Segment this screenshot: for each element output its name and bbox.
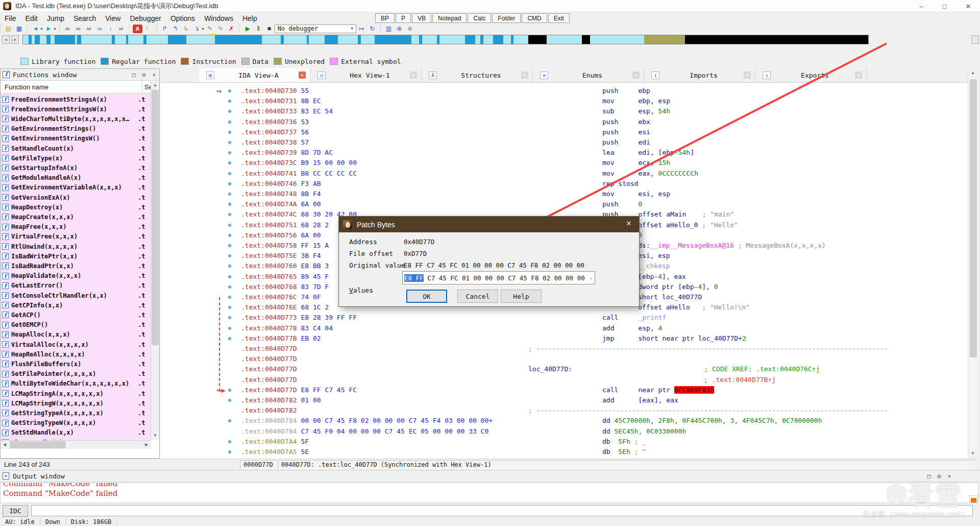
function-row[interactable]: fHeapAlloc(x,x,x).t bbox=[1, 330, 151, 340]
output-window-maximize-button[interactable]: □ bbox=[924, 473, 934, 480]
disasm-line[interactable]: .text:0040D733 83 EC 54sub esp, 54h bbox=[160, 106, 968, 116]
save-icon[interactable]: ▦ bbox=[14, 25, 24, 33]
disasm-line[interactable]: .text:0040D77D ; .text:0040D77B↑j bbox=[160, 375, 968, 385]
maximize-button[interactable]: □ bbox=[933, 0, 957, 12]
function-row[interactable]: fSetFilePointer(x,x,x,x).t bbox=[1, 369, 151, 379]
column-function-name[interactable]: Function name bbox=[5, 83, 48, 91]
menu-options[interactable]: Options bbox=[166, 14, 200, 22]
quick-button-exit[interactable]: Exit bbox=[548, 13, 570, 23]
functions-window-close-button[interactable]: × bbox=[149, 71, 159, 78]
tab-close-icon[interactable]: ✕ bbox=[744, 71, 751, 79]
scroll-up-icon[interactable]: ▲ bbox=[151, 81, 159, 89]
functions-column-header[interactable]: Function name Se bbox=[1, 81, 151, 93]
disasm-line[interactable]: .text:0040D7A5 5Edb 5Eh ; ^ bbox=[160, 447, 968, 457]
disasm-line[interactable]: .text:0040D77D loc_40D77D: ; CODE XREF: … bbox=[160, 364, 968, 374]
function-row[interactable]: fWideCharToMultiByte(x,x,x,x,x,x….t bbox=[1, 114, 151, 124]
patch-pencil-icon[interactable]: ✎ bbox=[205, 25, 215, 33]
find-sequence-icon[interactable]: ∞ bbox=[116, 25, 126, 33]
undefine-icon[interactable]: ✗ bbox=[227, 25, 236, 33]
function-row[interactable]: fHeapValidate(x,x,x).t bbox=[1, 271, 151, 281]
find-next-icon[interactable]: ∞ bbox=[84, 25, 94, 33]
function-row[interactable]: fGetOEMCP().t bbox=[1, 320, 151, 330]
output-scrollbar[interactable] bbox=[969, 495, 977, 503]
menu-file[interactable]: File bbox=[0, 14, 21, 22]
output-log[interactable]: Command "MakeCode" failedCommand "MakeCo… bbox=[0, 483, 978, 503]
function-row[interactable]: fLCMapStringA(x,x,x,x,x,x).t bbox=[1, 389, 151, 398]
cancel-button[interactable]: Cancel bbox=[457, 290, 498, 303]
values-combobox[interactable]: E8 FF C7 45 FC 01 00 00 00 C7 45 F8 02 0… bbox=[402, 271, 595, 284]
quick-button-folder[interactable]: Folder bbox=[492, 13, 521, 23]
debug-pause-icon[interactable]: ‖ bbox=[254, 25, 263, 33]
jump-address-icon[interactable]: ↓ bbox=[106, 25, 115, 33]
disasm-line[interactable]: .text:0040D736 53push ebx bbox=[160, 117, 968, 127]
chevron-down-icon[interactable]: ▼ bbox=[201, 27, 205, 31]
chevron-down-icon[interactable]: ⌄ bbox=[590, 274, 593, 280]
function-row[interactable]: fHeapCreate(x,x,x).t bbox=[1, 212, 151, 222]
chevron-down-icon[interactable]: ▼ bbox=[351, 27, 353, 31]
forward-icon[interactable]: ► bbox=[44, 25, 54, 33]
disasm-line[interactable]: ↪.text:0040D77D E8 FF C7 45 FCcall near … bbox=[160, 385, 968, 395]
function-row[interactable]: fGetEnvironmentVariableA(x,x,x).t bbox=[1, 183, 151, 193]
function-row[interactable]: fFreeEnvironmentStringsW(x).t bbox=[1, 104, 151, 114]
functions-vertical-scrollbar[interactable]: ▲ ▼ bbox=[151, 81, 159, 440]
help-button[interactable]: Help bbox=[501, 290, 542, 303]
menu-view[interactable]: View bbox=[101, 14, 125, 22]
navigation-band[interactable] bbox=[22, 35, 869, 44]
disassembly-scrollbar[interactable]: ▲ ▼ bbox=[968, 68, 978, 459]
debug-stop-icon[interactable]: ■ bbox=[264, 25, 274, 33]
function-row[interactable]: fHeapReAlloc(x,x,x,x).t bbox=[1, 349, 151, 359]
jump-back-icon[interactable]: ↰ bbox=[170, 25, 180, 33]
quick-button-calc[interactable]: Calc bbox=[468, 13, 491, 23]
disasm-line[interactable]: .text:0040D784 C7 45 F0 04 00 00 00 C7 4… bbox=[160, 426, 968, 437]
menu-windows[interactable]: Windows bbox=[200, 14, 238, 22]
function-row[interactable]: fRtlUnwind(x,x,x,x).t bbox=[1, 242, 151, 251]
quick-button-p[interactable]: P bbox=[396, 13, 411, 23]
disasm-line[interactable]: .text:0040D746 F3 ABrep stosd bbox=[160, 179, 968, 189]
idc-command-input[interactable] bbox=[31, 505, 973, 516]
scroll-left-icon[interactable]: ◀ bbox=[1, 441, 9, 449]
add-breakpoint-icon[interactable]: ⊕ bbox=[395, 25, 404, 33]
tab-imports[interactable]: ↧Imports✕ bbox=[644, 68, 755, 82]
tab-exports[interactable]: ↥Exports✕ bbox=[755, 68, 867, 82]
scroll-right-icon[interactable]: ▶ bbox=[142, 441, 151, 449]
functions-scrollbar-thumb[interactable] bbox=[152, 90, 159, 345]
jump-named-icon[interactable]: ↳ bbox=[181, 25, 191, 33]
disasm-line[interactable]: ↪.text:0040D730 55push ebp bbox=[160, 86, 968, 96]
disasm-line[interactable]: .text:0040D748 8B F4mov esi, esp bbox=[160, 189, 968, 199]
function-row[interactable]: fIsBadWritePtr(x,x).t bbox=[1, 251, 151, 261]
disasm-line[interactable]: .text:0040D773 E8 28 39 FF FFcall _print… bbox=[160, 313, 968, 323]
function-row[interactable]: fIsBadReadPtr(x,x).t bbox=[1, 261, 151, 271]
disasm-line[interactable]: .text:0040D77B EB 02jmp short near ptr l… bbox=[160, 333, 968, 344]
output-window-titlebar[interactable]: ≡ Output window □⊡× bbox=[0, 470, 980, 482]
function-row[interactable]: fGetVersionExA(x).t bbox=[1, 193, 151, 202]
navband-left-button[interactable]: ◂ bbox=[2, 35, 10, 44]
close-button[interactable]: ✕ bbox=[957, 0, 980, 12]
edit-pencil-icon[interactable]: ✎ bbox=[216, 25, 226, 33]
quick-button-vb[interactable]: VB bbox=[412, 13, 431, 23]
functions-window-titlebar[interactable]: f Functions window □⊡× bbox=[1, 69, 159, 81]
idc-button[interactable]: IDC bbox=[3, 505, 28, 517]
open-file-icon[interactable]: ▤ bbox=[4, 25, 13, 33]
output-window-close-button[interactable]: × bbox=[944, 473, 954, 480]
menu-edit[interactable]: Edit bbox=[21, 14, 42, 22]
function-row[interactable]: fMultiByteToWideChar(x,x,x,x,x,x).t bbox=[1, 379, 151, 389]
remove-breakpoint-icon[interactable]: ⊗ bbox=[405, 25, 415, 33]
tab-close-icon[interactable]: ✕ bbox=[299, 71, 306, 79]
disasm-line[interactable]: .text:0040D741 B8 CC CC CC CCmov eax, 0C… bbox=[160, 169, 968, 179]
function-row[interactable]: fG​etStringTypeA(x,x,x,x,x).t bbox=[1, 408, 151, 418]
functions-hscrollbar-thumb[interactable] bbox=[10, 441, 66, 448]
chevron-down-icon[interactable]: ▼ bbox=[53, 27, 57, 31]
tab-enums[interactable]: ≡Enums✕ bbox=[533, 68, 644, 82]
function-row[interactable]: fFlushFileBuffers(x).t bbox=[1, 359, 151, 369]
find-text-icon[interactable]: ∞ bbox=[74, 25, 83, 33]
breakpoint-list-icon[interactable]: ▥ bbox=[384, 25, 394, 33]
jump-menu-icon[interactable]: ↴ bbox=[192, 25, 202, 33]
output-scrollbar-thumb[interactable] bbox=[971, 498, 976, 503]
back-icon[interactable]: ◄ bbox=[31, 25, 40, 33]
function-row[interactable]: fGetLastError().t bbox=[1, 281, 151, 291]
function-row[interactable]: fFreeEnvironmentStringsA(x).t bbox=[1, 94, 151, 104]
ok-button[interactable]: OK bbox=[406, 290, 447, 303]
debugger-select[interactable]: No debugger▼ bbox=[275, 25, 356, 33]
run-until-return-icon[interactable]: ↻ bbox=[368, 25, 377, 33]
function-row[interactable]: fGetEnvironmentStrings().t bbox=[1, 124, 151, 134]
